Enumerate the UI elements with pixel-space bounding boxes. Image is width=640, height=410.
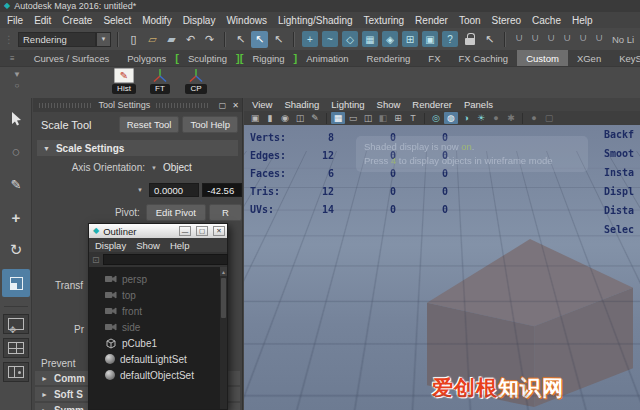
shelf-tab-rendering[interactable]: Rendering (358, 50, 420, 66)
snap-to-points-button[interactable]: ◇ (342, 31, 358, 47)
shelf-tab-polygons[interactable]: Polygons (118, 50, 175, 66)
select-object-button[interactable]: ↖ (251, 31, 268, 48)
magnet-snap-1-button[interactable]: ∩ (512, 31, 526, 48)
filter-icon[interactable]: ⊡ (92, 255, 100, 265)
open-scene-button[interactable]: ▱ (144, 31, 161, 48)
dropdown-arrow-icon[interactable]: ▼ (151, 165, 157, 171)
outliner-menu-show[interactable]: Show (136, 240, 160, 251)
outliner-search-input[interactable] (103, 254, 228, 265)
shelf-tab-keyshot[interactable]: KeyShot (610, 50, 640, 66)
snap-to-curves-button[interactable]: ~ (322, 31, 338, 47)
image-plane-icon[interactable]: ◉ (278, 112, 292, 124)
shaded-mode-icon[interactable]: ◍ (444, 112, 458, 124)
edit-pivot-button[interactable]: Edit Pivot (146, 204, 206, 221)
vp-menu-lighting[interactable]: Lighting (331, 99, 364, 110)
select-tool-button[interactable] (2, 104, 30, 132)
shelf-tab-fx[interactable]: FX (419, 50, 449, 66)
make-live-button[interactable]: ▣ (422, 31, 438, 47)
save-scene-button[interactable]: ▰ (163, 31, 180, 48)
magnet-snap-6-button[interactable]: ∩ (592, 31, 606, 48)
rotate-tool-button[interactable]: ↻ (2, 236, 30, 264)
redo-button[interactable]: ↷ (201, 31, 218, 48)
new-scene-button[interactable]: ▯ (125, 31, 142, 48)
layout-four-pane-button[interactable] (3, 338, 29, 358)
shelf-menu-icon[interactable]: ▼ (13, 71, 21, 79)
vp-menu-shading[interactable]: Shading (284, 99, 319, 110)
menu-edit[interactable]: Edit (34, 15, 51, 26)
outliner-item-defaultobjectset[interactable]: defaultObjectSet (105, 367, 220, 383)
scroll-up-icon[interactable]: ▲ (220, 267, 227, 276)
menu-render[interactable]: Render (415, 15, 448, 26)
snap-to-view-planes-button[interactable]: ◈ (382, 31, 398, 47)
shelf-item-hist[interactable]: ✎ Hist (106, 68, 142, 94)
film-gate-icon[interactable]: ▭ (346, 112, 360, 124)
outliner-item-defaultlightset[interactable]: defaultLightSet (105, 351, 220, 367)
outliner-item-side[interactable]: side (105, 319, 220, 335)
shelf-tab-animation[interactable]: Animation (297, 50, 357, 66)
shelf-tab-fx-caching[interactable]: FX Caching (450, 50, 518, 66)
menu-cache[interactable]: Cache (532, 15, 561, 26)
move-tool-button[interactable]: + (2, 203, 30, 231)
menu-select[interactable]: Select (103, 15, 131, 26)
menu-file[interactable]: File (7, 15, 23, 26)
dropdown-arrow-icon[interactable]: ▼ (137, 187, 143, 193)
paint-selection-tool-button[interactable]: ✎ (2, 170, 30, 198)
use-all-lights-icon[interactable]: ☀ (474, 112, 488, 124)
layout-single-pane-button[interactable]: ✥ (3, 314, 29, 334)
ao-icon[interactable]: ✱ (504, 112, 518, 124)
outliner-item-persp[interactable]: persp (105, 271, 220, 287)
snap-help-button[interactable]: ? (442, 31, 458, 47)
menu-help[interactable]: Help (572, 15, 593, 26)
menu-windows[interactable]: Windows (226, 15, 267, 26)
outliner-item-pcube1[interactable]: pCube1 (105, 335, 220, 351)
menu-lighting-shading[interactable]: Lighting/Shading (278, 15, 353, 26)
magnet-snap-5-button[interactable]: ∩ (576, 31, 590, 48)
field-chart-icon[interactable]: ⊞ (391, 112, 405, 124)
menu-create[interactable]: Create (62, 15, 92, 26)
outliner-item-front[interactable]: front (105, 303, 220, 319)
vp-menu-renderer[interactable]: Renderer (412, 99, 452, 110)
drag-handle[interactable] (156, 103, 210, 108)
shelf-circle-icon[interactable]: ○ (15, 82, 20, 90)
safe-title-icon[interactable]: T (406, 112, 420, 124)
scale-value-field[interactable]: 0.0000 (149, 183, 199, 197)
title-bar[interactable]: ◆ Autodesk Maya 2016: untitled* (0, 0, 640, 12)
reset-pivot-button-partial[interactable]: R (209, 204, 242, 221)
lasso-tool-button[interactable]: ◌ (2, 137, 30, 165)
lock-icon[interactable] (465, 33, 475, 45)
textured-mode-icon[interactable]: ◑ (459, 112, 473, 124)
axis-orientation-value[interactable]: Object (163, 162, 192, 173)
section-grip-icon[interactable]: ⋮ (4, 34, 14, 45)
scale-tool-button[interactable] (2, 269, 30, 297)
shadows-icon[interactable]: ● (489, 112, 503, 124)
snap-to-projected-center-button[interactable]: ⊞ (402, 31, 418, 47)
pan-zoom-icon[interactable]: ◫ (293, 112, 307, 124)
bookmark-icon[interactable]: ▮ (263, 112, 277, 124)
reset-tool-button[interactable]: Reset Tool (119, 116, 180, 133)
grid-toggle-icon[interactable]: ▦ (331, 112, 345, 124)
viewport-canvas[interactable]: Verts: 8 0 0 Edges: 12 0 0 Faces: 6 0 0 (244, 125, 640, 410)
magnet-snap-4-button[interactable]: ∩ (560, 31, 574, 48)
select-hierarchy-button[interactable]: ↖ (232, 31, 249, 48)
layout-two-pane-button[interactable] (3, 362, 29, 382)
motion-blur-icon[interactable]: ● (527, 112, 541, 124)
tool-help-button[interactable]: Tool Help (182, 116, 238, 133)
shelf-tab-xgen[interactable]: XGen (568, 50, 610, 66)
drag-handle[interactable] (39, 103, 93, 108)
scale-settings-section-header[interactable]: ▼ Scale Settings (37, 140, 238, 156)
vp-menu-view[interactable]: View (252, 99, 272, 110)
camera-icon[interactable]: ▣ (248, 112, 262, 124)
menu-stereo[interactable]: Stereo (492, 15, 521, 26)
shelf-item-cp[interactable]: CP (178, 68, 214, 94)
vp-menu-show[interactable]: Show (377, 99, 401, 110)
shelf-tab-menu-icon[interactable]: ≡ (10, 54, 15, 63)
vp-menu-panels[interactable]: Panels (464, 99, 493, 110)
magnet-snap-3-button[interactable]: ∩ (544, 31, 558, 48)
snap-to-grids-button[interactable]: ▦ (362, 31, 378, 47)
gate-mask-icon[interactable]: ◧ (376, 112, 390, 124)
scrollbar-thumb[interactable] (221, 278, 226, 318)
shelf-tab-curves-surfaces[interactable]: Curves / Surfaces (25, 50, 119, 66)
outliner-item-top[interactable]: top (105, 287, 220, 303)
menu-set-selector[interactable]: Rendering ▼ (18, 32, 111, 47)
menu-toon[interactable]: Toon (459, 15, 481, 26)
